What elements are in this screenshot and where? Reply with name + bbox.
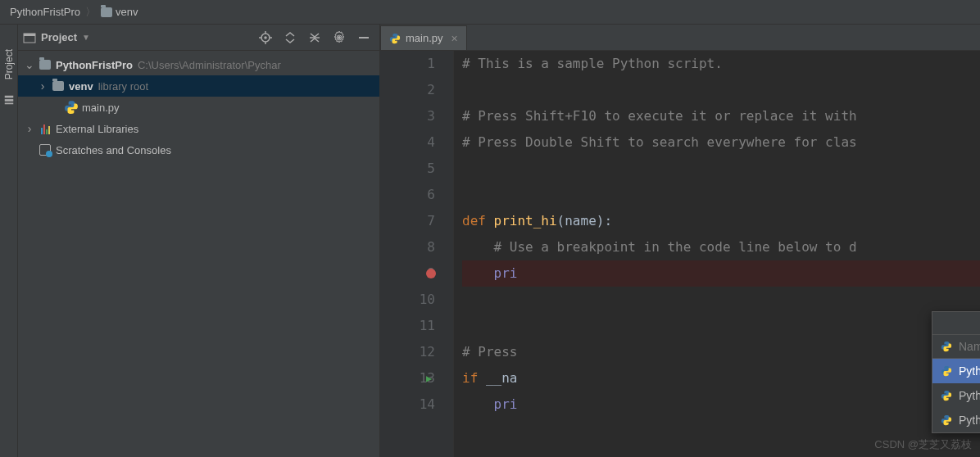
line-number[interactable]: 14 <box>380 391 453 418</box>
project-tree: PythonFristPro C:\Users\Administrator\Py… <box>18 51 379 457</box>
folder-icon <box>51 81 66 91</box>
tree-label: main.py <box>82 102 120 114</box>
code-text[interactable]: # This is a sample Python script. # Pres… <box>454 51 980 457</box>
popup-option-label: Python file <box>959 364 980 378</box>
line-number[interactable]: 3 <box>380 103 453 129</box>
run-gutter-icon[interactable]: ▶ <box>426 365 432 391</box>
folder-icon <box>101 7 112 17</box>
breadcrumb-folder[interactable]: venv <box>101 6 138 18</box>
tree-root[interactable]: PythonFristPro C:\Users\Administrator\Py… <box>18 54 379 75</box>
chevron-down-icon[interactable] <box>25 58 34 71</box>
python-file-icon <box>941 365 952 377</box>
breadcrumb: PythonFristPro 〉 venv <box>0 0 980 25</box>
folder-icon <box>38 60 52 70</box>
line-number[interactable]: 13▶ <box>380 365 453 391</box>
rail-tab-project[interactable]: Project <box>3 49 15 79</box>
scratches-icon <box>38 144 52 156</box>
project-view-dropdown[interactable]: Project ▼ <box>23 31 253 44</box>
python-file-icon <box>941 414 952 426</box>
close-icon[interactable]: × <box>451 32 458 45</box>
tree-label: Scratches and Consoles <box>56 144 171 156</box>
chevron-right-icon: 〉 <box>85 5 96 20</box>
tree-hint: C:\Users\Administrator\Pychar <box>138 59 281 71</box>
line-number[interactable]: 1 <box>380 51 453 77</box>
tree-node-venv[interactable]: venv library root <box>18 75 379 97</box>
expand-all-button[interactable] <box>283 30 297 45</box>
locate-button[interactable] <box>258 30 273 45</box>
gutter[interactable]: 1 2 3 4 5 6 7 8 9 10 11 12 13▶ 14 <box>380 51 454 457</box>
tab-label: main.py <box>406 32 443 44</box>
python-file-icon <box>941 341 952 352</box>
line-number[interactable]: 2 <box>380 77 453 103</box>
new-file-popup: New Python file Python file Python unit … <box>932 311 980 433</box>
line-number[interactable]: 12 <box>380 339 453 365</box>
popup-title: New Python file <box>932 312 980 335</box>
line-number[interactable]: 9 <box>380 260 453 287</box>
svg-point-12 <box>338 36 341 39</box>
popup-option-label: Python stub <box>959 414 980 427</box>
popup-option-label: Python unit test <box>959 389 980 402</box>
tree-node-main[interactable]: main.py <box>18 97 379 118</box>
tree-label: External Libraries <box>56 123 138 135</box>
editor-tab-main[interactable]: main.py × <box>380 25 467 50</box>
breadcrumb-folder-label: venv <box>116 6 138 18</box>
python-file-icon <box>941 390 952 401</box>
structure-icon[interactable] <box>3 94 15 106</box>
line-number[interactable]: 4 <box>380 129 453 156</box>
panel-title-label: Project <box>41 31 77 43</box>
line-number[interactable]: 5 <box>380 156 453 182</box>
python-file-icon <box>389 33 401 44</box>
tree-node-scratches[interactable]: Scratches and Consoles <box>18 139 379 161</box>
project-icon <box>23 31 36 44</box>
svg-point-6 <box>265 37 266 38</box>
svg-rect-1 <box>4 99 13 102</box>
chevron-down-icon: ▼ <box>82 33 90 42</box>
python-file-icon <box>64 100 79 115</box>
line-number[interactable]: 10 <box>380 287 453 313</box>
svg-rect-2 <box>4 103 13 105</box>
svg-rect-4 <box>24 34 35 36</box>
line-number[interactable]: 8 <box>380 234 453 260</box>
tree-hint: library root <box>98 80 148 93</box>
settings-button[interactable] <box>332 30 347 45</box>
popup-option-python-unit-test[interactable]: Python unit test <box>932 383 980 408</box>
line-number[interactable]: 6 <box>380 182 453 208</box>
popup-option-python-stub[interactable]: Python stub <box>932 408 980 432</box>
project-panel-header: Project ▼ <box>18 25 379 51</box>
project-panel: Project ▼ PythonFristPro C:\Users\Admini… <box>18 25 380 457</box>
hide-button[interactable] <box>356 30 371 45</box>
breakpoint-icon[interactable] <box>426 269 436 278</box>
breadcrumb-root[interactable]: PythonFristPro <box>10 6 80 18</box>
watermark: CSDN @芝芝又荔枝 <box>874 437 972 452</box>
tree-label: venv <box>69 80 93 93</box>
tree-node-external-libs[interactable]: External Libraries <box>18 118 379 139</box>
chevron-right-icon[interactable] <box>38 79 48 93</box>
editor-tab-bar: main.py × <box>380 25 980 51</box>
chevron-right-icon[interactable] <box>25 122 34 135</box>
svg-rect-0 <box>4 96 13 98</box>
left-tool-rail: Project <box>0 25 18 457</box>
line-number[interactable]: 11 <box>380 313 453 339</box>
libraries-icon <box>38 123 52 134</box>
code-editor[interactable]: 1 2 3 4 5 6 7 8 9 10 11 12 13▶ 14 # This… <box>380 51 980 457</box>
editor-area: main.py × 1 2 3 4 5 6 7 8 9 10 11 12 13▶… <box>380 25 980 457</box>
collapse-all-button[interactable] <box>307 30 322 45</box>
tree-label: PythonFristPro <box>56 59 133 71</box>
popup-name-input-row[interactable] <box>932 335 980 359</box>
file-name-input[interactable] <box>959 340 980 353</box>
line-number[interactable]: 7 <box>380 208 453 234</box>
popup-option-python-file[interactable]: Python file <box>932 359 980 383</box>
